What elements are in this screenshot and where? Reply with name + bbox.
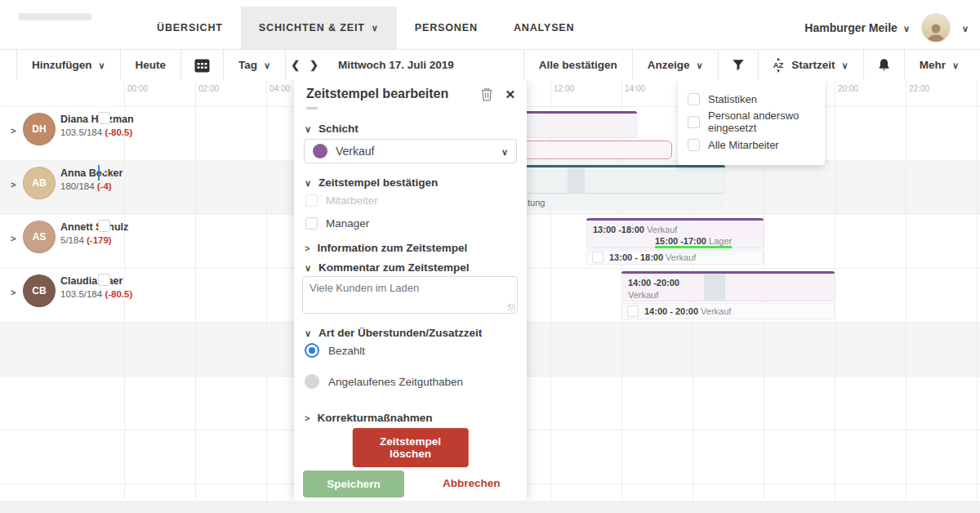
avatar-initials: AB: [32, 177, 46, 189]
today-button[interactable]: Heute: [121, 50, 181, 80]
mitarbeiter-checkbox-row: Mitarbeiter: [305, 194, 378, 207]
option-statistiken[interactable]: Statistiken: [678, 87, 825, 110]
user-menu-chevron-icon[interactable]: [962, 20, 969, 35]
trash-icon[interactable]: [480, 87, 493, 101]
option-personal-anderswo[interactable]: Personal anderswo eingesetzt: [678, 110, 825, 133]
chevron-down-icon: [305, 123, 311, 135]
gridline: [906, 80, 906, 501]
zeitguthaben-radio-row[interactable]: Angelaufenes Zeitguthaben: [305, 374, 463, 389]
option-checkbox[interactable]: [688, 116, 700, 128]
shift-block[interactable]: 14:00 - 20:00 Verkauf: [621, 303, 835, 319]
chevron-down-icon: [99, 59, 105, 71]
employee-checkbox[interactable]: [98, 220, 110, 232]
chevron-right-icon: [305, 412, 310, 424]
gridline: [835, 80, 835, 501]
shift-checkbox[interactable]: [592, 252, 604, 263]
shift-checkbox[interactable]: [627, 306, 639, 317]
tab-schichten-zeit[interactable]: SCHICHTEN & ZEIT: [241, 7, 397, 49]
section-label: Zeitstempel bestätigen: [318, 176, 438, 189]
option-label: Alle Mitarbeiter: [708, 139, 779, 151]
more-label: Mehr: [920, 59, 946, 71]
option-label: Personal anderswo eingesetzt: [708, 109, 825, 134]
chevron-down-icon: [305, 261, 311, 274]
app-window: ÜBERSICHT SCHICHTEN & ZEIT PERSONEN ANAL…: [0, 0, 980, 513]
section-kommentar[interactable]: Kommentar zum Zeitstempel: [305, 261, 470, 274]
chevron-down-icon: [305, 327, 311, 339]
tab-label: ANALYSEN: [514, 22, 575, 33]
display-label: Anzeige: [648, 59, 690, 71]
date-label: Mittwoch 17. Juli 2019: [338, 59, 454, 71]
expand-row-icon[interactable]: [11, 288, 16, 297]
save-button[interactable]: Speichern: [303, 471, 404, 497]
shift-type-value: Verkauf: [336, 145, 493, 158]
page-bottom-strip: [0, 501, 980, 513]
tab-label: SCHICHTEN & ZEIT: [259, 22, 365, 33]
hours-value: 103.5/184: [60, 289, 102, 299]
delete-timestamp-button[interactable]: Zeitstempel löschen: [352, 428, 469, 467]
shift-block[interactable]: 14:00 -20:00Verkauf: [621, 271, 835, 301]
shift-label: 13:00 - 18:00 Verkauf: [609, 252, 696, 262]
schedule-area: 00:0002:0004:0006:0008:0010:0012:0014:00…: [0, 80, 980, 501]
tab-uebersicht[interactable]: ÜBERSICHT: [139, 7, 241, 49]
manager-checkbox[interactable]: [305, 217, 318, 230]
employee-checkbox[interactable]: [98, 274, 110, 286]
close-icon[interactable]: ✕: [505, 88, 515, 100]
option-checkbox[interactable]: [688, 93, 700, 105]
section-korrektur[interactable]: Korrekturmaßnahmen: [305, 412, 432, 424]
employee-hours: 5/184 (-179): [60, 235, 112, 245]
filter-button[interactable]: [719, 50, 758, 80]
user-avatar[interactable]: [921, 13, 951, 42]
shift-type-select[interactable]: Verkauf: [304, 139, 517, 163]
employee-checkbox[interactable]: [98, 112, 110, 124]
more-button[interactable]: Mehr: [905, 50, 973, 80]
next-day-button[interactable]: ❯: [305, 59, 323, 71]
shift-label: 13:00 - 18:00 Verkauf: [609, 252, 696, 262]
gridline: [266, 80, 267, 501]
add-button[interactable]: Hinzufügen: [17, 50, 120, 80]
shift-block[interactable]: 13:00 - 18:00 Verkauf: [586, 250, 764, 265]
hour-label: 02:00: [198, 84, 219, 93]
manager-checkbox-row[interactable]: Manager: [305, 217, 369, 230]
bezahlt-radio-row[interactable]: Bezahlt: [305, 343, 365, 358]
option-checkbox[interactable]: [688, 139, 700, 151]
chevron-down-icon: [501, 144, 508, 158]
hour-label: 22:00: [909, 84, 929, 93]
section-art[interactable]: Art der Überstunden/Zusatzzeit: [305, 327, 482, 339]
tab-analysen[interactable]: ANALYSEN: [496, 7, 593, 49]
employee-checkbox[interactable]: [98, 165, 100, 181]
location-selector[interactable]: Hamburger Meile: [804, 21, 910, 34]
sort-button[interactable]: ▲AZ▼ Startzeit: [759, 50, 863, 80]
chevron-right-icon: [305, 242, 310, 254]
employee-hours: 180/184 (-4): [60, 181, 112, 191]
display-options-button[interactable]: Anzeige: [633, 50, 718, 80]
section-schicht[interactable]: Schicht: [305, 123, 359, 135]
confirm-all-button[interactable]: Alle bestätigen: [524, 50, 632, 80]
employee-name: Claudia Baer: [60, 275, 122, 287]
view-selector[interactable]: Tag: [224, 50, 285, 80]
bezahlt-radio[interactable]: [305, 343, 319, 358]
section-information[interactable]: Information zum Zeitstempel: [305, 242, 467, 254]
shift-label: 15:00 -17:00 Lager: [655, 236, 732, 248]
option-alle-mitarbeiter[interactable]: Alle Mitarbeiter: [678, 133, 825, 156]
hour-label: 12:00: [554, 84, 574, 93]
shift-label: 13:00 -18:00 Verkauf: [593, 225, 677, 234]
tab-personen[interactable]: PERSONEN: [397, 7, 496, 49]
shift-block[interactable]: 13:00 -18:00 Verkauf15:00 -17:00 Lager: [586, 218, 764, 248]
break-inset: [568, 167, 585, 193]
prev-day-button[interactable]: ❮: [286, 59, 305, 71]
hours-diff: (-80.5): [105, 289, 132, 299]
zeitguthaben-radio[interactable]: [305, 374, 319, 389]
resize-handle-icon[interactable]: [508, 304, 515, 311]
hours-diff: (-179): [87, 235, 112, 245]
expand-row-icon[interactable]: [11, 126, 16, 136]
section-bestaetigen[interactable]: Zeitstempel bestätigen: [305, 176, 438, 189]
toolbar-left: Hinzufügen Heute Tag ❮ ❯ Mittwoch 17. Ju…: [16, 50, 469, 80]
calendar-icon: [194, 58, 210, 73]
expand-row-icon[interactable]: [11, 234, 16, 243]
calendar-button[interactable]: [181, 50, 223, 80]
cancel-button[interactable]: Abbrechen: [443, 477, 501, 489]
comment-textarea[interactable]: Viele Kunden im Laden: [302, 276, 518, 314]
hour-label: 14:00: [625, 84, 645, 93]
notifications-button[interactable]: [864, 50, 904, 80]
expand-row-icon[interactable]: [11, 180, 16, 190]
